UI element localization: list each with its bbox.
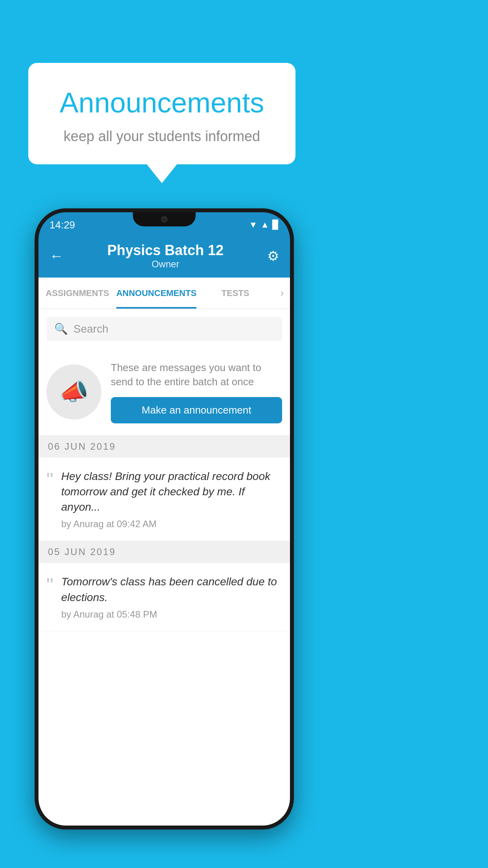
tab-announcements[interactable]: ANNOUNCEMENTS [116, 278, 196, 309]
quote-icon-1: " [46, 470, 53, 490]
date-separator-2: 05 JUN 2019 [39, 541, 290, 563]
header-center: Physics Batch 12 Owner [64, 242, 267, 270]
tab-bar: ASSIGNMENTS ANNOUNCEMENTS TESTS › [39, 278, 290, 309]
phone-frame: 14:29 ▼ ▲ ▉ ← Physics Batch 12 Owner ⚙ A… [35, 208, 294, 829]
camera-dot [161, 216, 167, 223]
announcement-text-1: Hey class! Bring your practical record b… [61, 469, 282, 515]
phone-notch [133, 212, 196, 226]
announcement-promo: 📣 These are messages you want to send to… [39, 349, 290, 436]
quote-icon-2: " [46, 576, 53, 595]
search-bar[interactable]: 🔍 Search [46, 317, 282, 341]
volume-button [35, 311, 37, 342]
announcement-meta-2: by Anurag at 05:48 PM [61, 609, 282, 620]
promo-right: These are messages you want to send to t… [111, 360, 282, 423]
announcement-meta-1: by Anurag at 09:42 AM [61, 519, 282, 530]
app-header: ← Physics Batch 12 Owner ⚙ [39, 234, 290, 278]
promo-icon-circle: 📣 [46, 364, 101, 419]
announcement-item-1[interactable]: " Hey class! Bring your practical record… [39, 458, 290, 541]
header-title: Physics Batch 12 [64, 242, 267, 259]
back-button[interactable]: ← [50, 248, 64, 264]
speech-bubble: Announcements keep all your students inf… [28, 63, 295, 164]
search-icon: 🔍 [54, 322, 68, 335]
promo-description: These are messages you want to send to t… [111, 360, 282, 389]
announcement-content-2: Tomorrow's class has been cancelled due … [61, 574, 282, 620]
phone-content: 🔍 Search 📣 These are messages you want t… [39, 309, 290, 826]
search-placeholder: Search [73, 323, 108, 335]
tab-tests[interactable]: TESTS [196, 278, 274, 309]
tab-assignments[interactable]: ASSIGNMENTS [39, 278, 116, 309]
status-icons: ▼ ▲ ▉ [249, 220, 279, 230]
wifi-icon: ▼ [249, 220, 257, 230]
megaphone-icon: 📣 [59, 378, 89, 406]
tab-more[interactable]: › [274, 287, 290, 299]
announcement-item-2[interactable]: " Tomorrow's class has been cancelled du… [39, 563, 290, 631]
announcement-content-1: Hey class! Bring your practical record b… [61, 469, 282, 530]
header-subtitle: Owner [64, 259, 267, 270]
make-announcement-button[interactable]: Make an announcement [111, 397, 282, 423]
bubble-subtitle: keep all your students informed [48, 128, 276, 145]
bubble-title: Announcements [48, 86, 276, 119]
announcement-text-2: Tomorrow's class has been cancelled due … [61, 574, 282, 605]
battery-icon: ▉ [272, 220, 279, 230]
signal-icon: ▲ [261, 220, 269, 230]
settings-icon[interactable]: ⚙ [267, 248, 279, 264]
power-button [292, 330, 294, 377]
status-time: 14:29 [50, 219, 75, 231]
date-separator-1: 06 JUN 2019 [39, 436, 290, 458]
